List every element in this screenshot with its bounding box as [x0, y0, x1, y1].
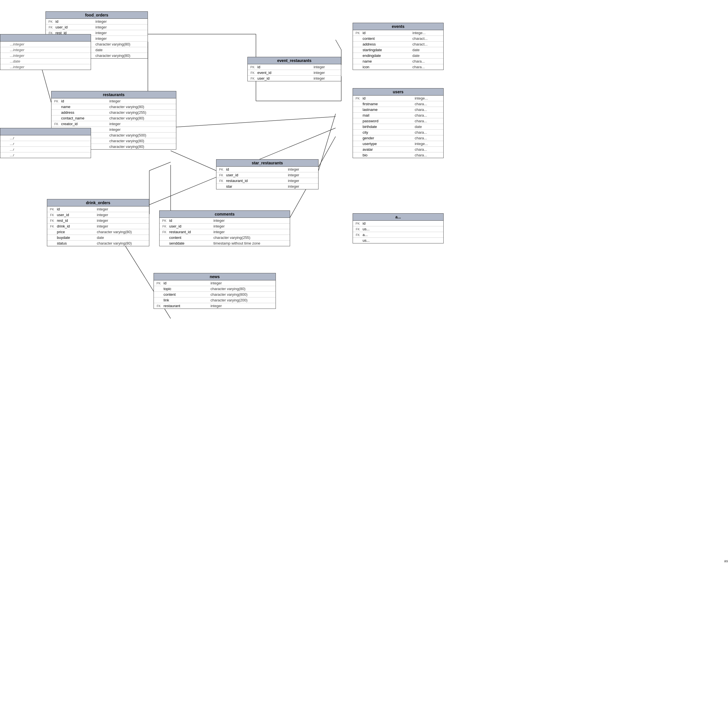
- table-left-partial-1: ...integer ...integer ...integer ...date…: [0, 34, 91, 70]
- table-row: ...integer: [0, 41, 91, 47]
- table-aside-header: a...: [353, 214, 444, 221]
- table-row: genderchara...: [353, 135, 444, 141]
- table-row: ...r: [0, 147, 91, 153]
- table-news: news PKidinteger topiccharacter varying(…: [154, 273, 276, 309]
- table-row: endingdatedate: [353, 53, 444, 58]
- table-users: users PKidintege... firstnamechara... la…: [353, 88, 444, 158]
- table-row: FKa...: [353, 232, 444, 238]
- table-row: startingdatedate: [353, 47, 444, 53]
- table-event-restaurants-header: event_restaurants: [248, 57, 341, 64]
- table-row: PKidintege...: [353, 96, 444, 101]
- table-comments: comments PKidinteger FKuser_idinteger FK…: [159, 210, 290, 246]
- table-row: FKus...: [353, 226, 444, 232]
- table-star-restaurants: star_restaurants PKidinteger FKuser_idin…: [216, 159, 318, 190]
- table-row: FKuser_idinteger: [248, 76, 341, 81]
- table-event-restaurants: event_restaurants PKidinteger FKevent_id…: [248, 57, 341, 81]
- table-row: namecharacter varying(80): [52, 104, 176, 110]
- svg-line-9: [149, 162, 171, 171]
- table-food-orders-header: food_orders: [46, 12, 148, 19]
- table-row: contentcharact...: [353, 36, 444, 41]
- table-news-header: news: [154, 273, 275, 280]
- table-events: events PKidintege... contentcharact... a…: [353, 23, 444, 70]
- table-row: mailchara...: [353, 113, 444, 118]
- table-row: PKidinteger: [159, 218, 290, 223]
- table-row: PKidinteger: [216, 167, 318, 172]
- table-drink-orders: drink_orders PKidinteger FKuser_idintege…: [47, 199, 149, 246]
- erd-canvas: food_orders PKidinteger FKuser_idinteger…: [0, 0, 728, 728]
- table-row: contact_namecharacter varying(80): [52, 115, 176, 121]
- table-row: FKrestaurant_idinteger: [159, 229, 290, 235]
- table-row: statuscharacter varying(80): [47, 240, 149, 246]
- table-row: topiccharacter varying(80): [154, 286, 275, 292]
- table-row: linkcharacter varying(200): [154, 297, 275, 303]
- table-row: PKidinteger: [248, 64, 341, 70]
- table-row: PKid: [353, 221, 444, 226]
- table-row: lastnamechara...: [353, 107, 444, 113]
- table-row: iconchara...: [353, 64, 444, 70]
- corner-text: as: [724, 559, 728, 563]
- table-drink-orders-header: drink_orders: [47, 199, 149, 206]
- table-row: ...integer: [0, 53, 91, 58]
- table-row: ...integer: [0, 64, 91, 70]
- table-row: passwordchara...: [353, 118, 444, 124]
- table-row: ...r: [0, 141, 91, 147]
- table-row: addresscharact...: [353, 41, 444, 47]
- table-row: ...date: [0, 58, 91, 64]
- table-events-header: events: [353, 23, 444, 30]
- table-row: FKrestaurantinteger: [154, 303, 275, 309]
- table-row: addresscharacter varying(255): [52, 110, 176, 115]
- svg-line-5: [171, 116, 336, 127]
- table-row: FKuser_idinteger: [47, 212, 149, 218]
- table-row: contentcharacter varying(800): [154, 292, 275, 297]
- table-left-partial-2-header: [0, 128, 91, 135]
- table-comments-header: comments: [159, 211, 290, 218]
- table-row: FKdrink_idinteger: [47, 223, 149, 229]
- table-row: usertypeintege...: [353, 141, 444, 147]
- table-row: FKuser_idinteger: [216, 172, 318, 178]
- table-left-partial-2: ...r ...r ...r ...r: [0, 128, 91, 158]
- svg-line-6: [171, 151, 216, 171]
- table-row: citychara...: [353, 130, 444, 135]
- table-row: namechara...: [353, 58, 444, 64]
- table-star-restaurants-header: star_restaurants: [216, 159, 318, 167]
- table-row: birthdatedate: [353, 124, 444, 130]
- table-row: PKidinteger: [47, 206, 149, 212]
- svg-line-15: [318, 114, 336, 171]
- table-row: contentcharacter varying(255): [159, 235, 290, 240]
- table-row: FKuser_idinteger: [159, 223, 290, 229]
- table-left-partial-1-header: [0, 34, 91, 41]
- table-row: FKrest_idinteger: [47, 218, 149, 223]
- table-row: PKidinteger: [46, 19, 148, 24]
- table-row: senddatetimestamp without time zone: [159, 240, 290, 246]
- table-row: FKcreator_idinteger: [52, 121, 176, 127]
- table-row: FKevent_idinteger: [248, 70, 341, 76]
- table-row: avatarchara...: [353, 147, 444, 153]
- table-row: us...: [353, 238, 444, 243]
- table-row: starinteger: [216, 184, 318, 190]
- table-row: ...r: [0, 153, 91, 158]
- table-row: ...r: [0, 135, 91, 141]
- table-row: ...integer: [0, 47, 91, 53]
- table-restaurants-header: restaurants: [52, 91, 176, 98]
- table-aside: a... PKid FKus... FKa... us...: [353, 213, 444, 243]
- table-row: FKrestaurant_idinteger: [216, 178, 318, 184]
- table-row: PKidintege...: [353, 30, 444, 36]
- table-row: pricecharacter varying(80): [47, 229, 149, 235]
- svg-line-12: [336, 40, 341, 50]
- table-row: PKidinteger: [52, 98, 176, 104]
- table-row: biochara...: [353, 153, 444, 158]
- table-row: buydatedate: [47, 235, 149, 240]
- table-row: FKuser_idinteger: [46, 24, 148, 30]
- table-row: PKidinteger: [154, 280, 275, 286]
- table-users-header: users: [353, 89, 444, 96]
- table-row: firstnamechara...: [353, 101, 444, 107]
